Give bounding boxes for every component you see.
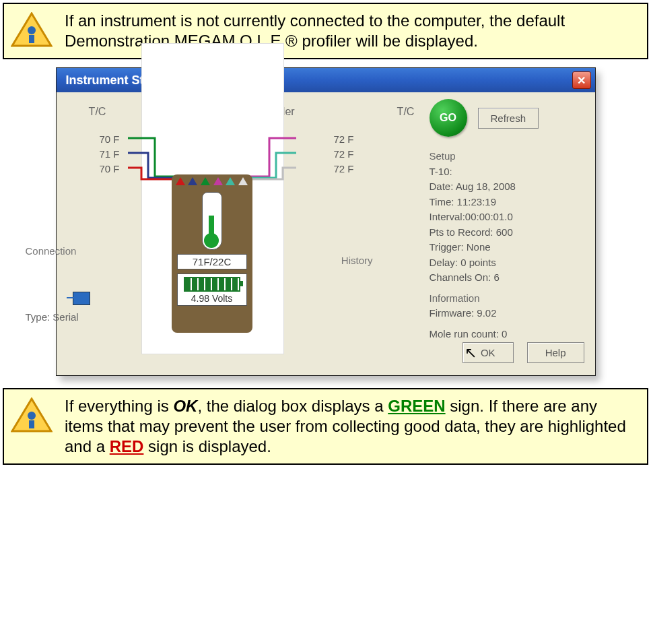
warning-info-icon (11, 11, 53, 51)
mole-device: 71F/22C 4.98 Volts (172, 174, 252, 333)
svg-point-4 (28, 412, 36, 420)
dialog-body: T/C M.O.L.E. Profiler T/C GO Refresh Set… (57, 92, 595, 375)
channel-tri-3 (201, 177, 210, 185)
nb-post: sign is displayed. (143, 437, 271, 455)
nb-red: RED (110, 437, 144, 455)
channel-triangles (172, 174, 252, 185)
wires-icon (101, 43, 323, 191)
setup-trigger: Trigger: None (430, 240, 584, 255)
setup-pts: Pts to Record: 600 (430, 225, 584, 240)
channel-tri-6 (238, 177, 248, 185)
run-count: Mole run count: 0 (430, 328, 584, 340)
close-icon: ✕ (577, 74, 586, 87)
temp-right-2: 72 F (333, 148, 353, 160)
note-bottom-text: If everything is OK, the dialog box disp… (65, 396, 636, 457)
connection-label: Connection (26, 245, 120, 257)
close-button[interactable]: ✕ (572, 71, 591, 89)
connection-block: Connection Type: Serial (26, 245, 120, 323)
serial-port-icon (73, 292, 90, 305)
setup-delay: Delay: 0 points (430, 255, 584, 271)
svg-rect-5 (29, 420, 34, 428)
refresh-button[interactable]: Refresh (478, 108, 539, 129)
channel-tri-2 (188, 177, 197, 185)
channel-tri-4 (213, 177, 223, 185)
go-button-label: GO (440, 112, 456, 124)
setup-block: Setup T-10: Date: Aug 18, 2008 Time: 11:… (430, 149, 584, 286)
svg-rect-2 (29, 35, 34, 43)
temp-right-3: 72 F (333, 163, 353, 174)
setup-time: Time: 11:23:19 (430, 195, 584, 210)
nb-mid1: , the dialog box displays a (197, 397, 388, 415)
history-label: History (341, 255, 373, 266)
setup-channels: Channels On: 6 (430, 270, 584, 286)
note-bottom: If everything is OK, the dialog box disp… (3, 388, 648, 465)
battery-volts: 4.98 Volts (182, 293, 242, 304)
setup-header: Setup (430, 149, 584, 164)
help-button[interactable]: Help (527, 342, 584, 363)
info-firmware: Firmware: 9.02 (430, 306, 584, 321)
tc-right-label: T/C (382, 102, 430, 118)
setup-interval: Interval:00:00:01.0 (430, 210, 584, 225)
connection-type: Type: Serial (26, 311, 120, 323)
thermometer-icon (202, 192, 222, 250)
battery-icon (184, 277, 240, 292)
nb-pre: If everything is (65, 397, 173, 415)
instrument-status-dialog: Instrument Status ✕ T/C M.O.L.E. Profile… (56, 67, 596, 376)
temp-right-1: 72 F (333, 133, 353, 145)
note-top: If an instrument is not currently connec… (3, 3, 648, 59)
warning-info-icon (11, 396, 53, 437)
svg-point-1 (28, 26, 36, 34)
battery-box: 4.98 Volts (177, 273, 247, 306)
info-header: Information (430, 291, 584, 307)
temp-readout: 71F/22C (177, 254, 247, 269)
dialog-screenshot: Instrument Status ✕ T/C M.O.L.E. Profile… (0, 67, 651, 376)
ok-button[interactable]: OK (462, 342, 514, 363)
nb-ok: OK (173, 397, 197, 415)
nb-green: GREEN (388, 397, 445, 415)
setup-date: Date: Aug 18, 2008 (430, 179, 584, 195)
go-button[interactable]: GO (430, 99, 467, 137)
channel-tri-5 (226, 177, 235, 185)
info-block: Information Firmware: 9.02 (430, 291, 584, 321)
channel-tri-1 (176, 177, 185, 185)
setup-tid: T-10: (430, 164, 584, 180)
